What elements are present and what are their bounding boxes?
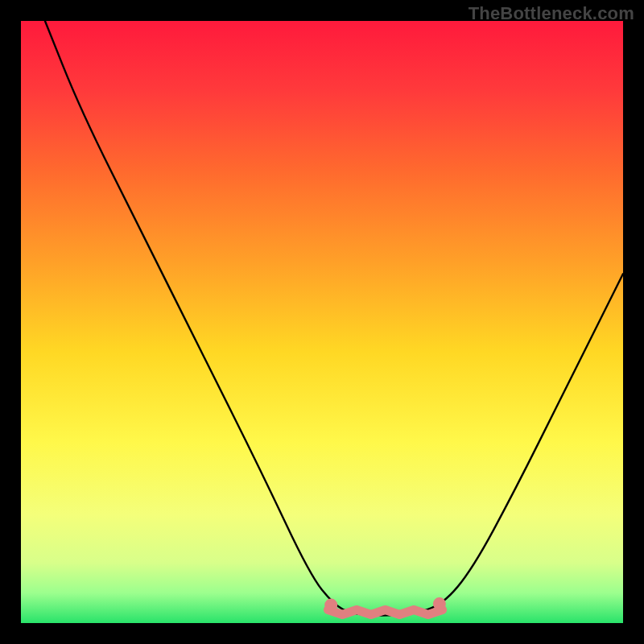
watermark-text: TheBottleneck.com — [469, 3, 634, 24]
optimal-band-endpoint_left — [324, 599, 337, 612]
chart-frame: TheBottleneck.com — [0, 0, 644, 644]
optimal-band-endpoint_right — [433, 597, 446, 610]
chart-plot-area — [21, 21, 623, 623]
optimal-band-line — [328, 610, 442, 615]
bottleneck-chart — [21, 21, 623, 623]
gradient-background — [21, 21, 623, 623]
